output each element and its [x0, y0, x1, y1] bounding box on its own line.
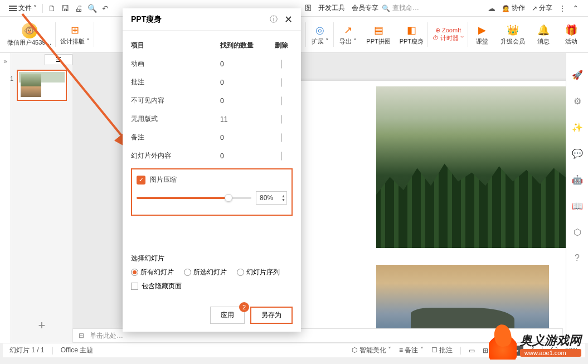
outline-icon[interactable]: ⊟	[79, 332, 84, 339]
file-menu[interactable]: 文件 ˅	[6, 3, 40, 13]
sparkle-icon[interactable]: ✨	[572, 122, 583, 133]
compress-percent-input[interactable]: 80%▲▼	[256, 191, 287, 205]
upgrade-group[interactable]: 👑 升级会员	[496, 17, 529, 52]
message-group[interactable]: 🔔 消息	[529, 17, 557, 52]
search-placeholder: 查找命…	[392, 3, 419, 13]
watermark-url: www.aoe1.com	[520, 349, 581, 357]
slide-thumb-1[interactable]: 1	[17, 70, 67, 101]
image-forest[interactable]	[376, 86, 566, 248]
share-button[interactable]: ↗ 分享	[528, 3, 556, 13]
extend-icon: ◎	[315, 24, 324, 36]
save-icon[interactable]: 🖫	[59, 4, 72, 13]
note-hint: 单击此处…	[90, 331, 123, 341]
slim-group[interactable]: ◧ PPT瘦身	[395, 17, 428, 52]
undo-icon[interactable]: ↶	[99, 4, 112, 13]
comments-button[interactable]: ☐ 批注	[431, 346, 453, 355]
cube-icon[interactable]: ⬡	[574, 227, 581, 237]
slider-thumb[interactable]	[225, 194, 232, 202]
gift-icon: 🎁	[565, 24, 577, 36]
merge-group[interactable]: ▤ PPT拼图	[362, 17, 395, 52]
radio-sequence[interactable]: 幻灯片序列	[237, 268, 280, 277]
radio-all[interactable]: 所有幻灯片	[131, 268, 174, 277]
right-panel: 🚀 ⚙ ✨ 💬 🤖 📖 ⬡ ?	[566, 53, 588, 343]
divider	[42, 4, 43, 13]
chat-icon[interactable]: 💬	[572, 148, 583, 159]
user-group[interactable]: 🐵 微信用户4539…	[3, 17, 56, 52]
classroom-group[interactable]: ▶ 课堂	[468, 17, 496, 52]
include-hidden[interactable]: 包含隐藏页面	[131, 282, 293, 291]
theme-name: Office 主题	[61, 346, 93, 355]
zoomit-group[interactable]: ⊕ ZoomIt ⏱ 计时器 ˅	[428, 17, 468, 52]
new-icon[interactable]: 🗋	[45, 4, 59, 13]
ppt-slim-dialog: PPT瘦身 ⓘ ✕ 项目 找到的数量 删除 动画0 批注0 不可见内容0 无用版…	[123, 8, 301, 332]
preview-icon[interactable]: 🔍	[85, 4, 99, 13]
select-slides-label: 选择幻灯片	[131, 254, 293, 263]
compress-label: 图片压缩	[150, 175, 177, 185]
radio-selected[interactable]: 所选幻灯片	[184, 268, 227, 277]
compress-slider[interactable]	[137, 197, 251, 199]
beautify-button[interactable]: ⬡ 智能美化 ˅	[352, 346, 391, 355]
bell-icon: 🔔	[537, 24, 550, 36]
row-comment: 批注0	[131, 73, 293, 91]
watermark: 奥义游戏网 www.aoe1.com	[489, 329, 581, 360]
thumbnail-panel: ☰ 1 +	[11, 53, 72, 343]
avatar-icon: 🐵	[22, 23, 37, 38]
row-unused-layout: 无用版式11	[131, 110, 293, 128]
row-notes: 备注0	[131, 128, 293, 147]
export-group[interactable]: ↗ 导出 ˅	[334, 17, 362, 52]
settings-icon[interactable]: ⚙	[574, 96, 581, 106]
checkbox[interactable]	[281, 152, 282, 161]
row-offslide: 幻灯片外内容0	[131, 147, 293, 165]
export-icon: ↗	[344, 24, 352, 36]
slim-icon: ◧	[407, 24, 416, 36]
tab-devtools[interactable]: 开发工具	[315, 3, 348, 13]
collab-button[interactable]: 🙍 协作	[498, 3, 528, 13]
collapse-sidebar[interactable]: »	[0, 53, 11, 343]
row-animation: 动画0	[131, 55, 293, 73]
print-icon[interactable]: 🖨	[72, 4, 85, 13]
tab-tu[interactable]: 图	[302, 3, 315, 13]
dialog-help-icon[interactable]: ⓘ	[270, 14, 278, 25]
thumb-number: 1	[10, 75, 13, 82]
checkbox[interactable]	[281, 115, 282, 124]
design-group[interactable]: ⊞ 设计排版 ˅	[56, 17, 94, 52]
view-sorter-icon[interactable]: ⊞	[483, 347, 488, 355]
dialog-close-icon[interactable]: ✕	[284, 13, 293, 26]
tab-member[interactable]: 会员专享	[348, 3, 382, 13]
checkbox[interactable]	[281, 96, 282, 105]
more-icon[interactable]: ⋮	[556, 4, 569, 13]
help-icon[interactable]: ?	[575, 253, 580, 263]
col-count: 找到的数量	[220, 41, 270, 50]
compress-section: 1 ✓ 图片压缩 80%▲▼	[131, 168, 293, 216]
cloud-icon[interactable]: ☁	[485, 4, 498, 13]
col-item: 项目	[131, 41, 220, 50]
checkbox[interactable]	[281, 78, 282, 87]
view-normal-icon[interactable]: ▭	[469, 347, 475, 355]
merge-icon: ▤	[374, 24, 383, 36]
robot-icon[interactable]: 🤖	[572, 174, 583, 185]
file-label: 文件	[18, 3, 32, 13]
spinner[interactable]: ▲▼	[281, 194, 285, 202]
classroom-icon: ▶	[478, 24, 486, 36]
row-invisible: 不可见内容0	[131, 91, 293, 110]
extend-group[interactable]: ◎ 扩展 ˅	[306, 17, 334, 52]
design-icon: ⊞	[71, 24, 79, 36]
user-label: 微信用户4539…	[7, 38, 51, 47]
search-box[interactable]: 🔍 查找命…	[382, 3, 438, 13]
checkbox[interactable]	[281, 60, 282, 69]
expand-icon[interactable]: ⌃	[569, 4, 582, 13]
notes-button[interactable]: ≡ 备注 ˅	[399, 346, 424, 355]
dialog-title: PPT瘦身	[131, 14, 270, 25]
thumb-preview	[19, 72, 65, 99]
book-icon[interactable]: 📖	[572, 201, 583, 211]
flame-icon	[489, 329, 517, 360]
slide-position: 幻灯片 1 / 1	[9, 346, 45, 355]
compress-checkbox[interactable]: ✓	[137, 176, 145, 185]
rocket-icon[interactable]: 🚀	[572, 70, 583, 80]
activity-group[interactable]: 🎁 活动	[557, 17, 585, 52]
saveas-button[interactable]: 2 另存为	[250, 307, 293, 324]
thumb-tab[interactable]: ☰	[45, 54, 72, 65]
marker-2: 2	[239, 302, 249, 312]
add-slide-button[interactable]: +	[38, 318, 46, 333]
checkbox[interactable]	[281, 133, 282, 142]
